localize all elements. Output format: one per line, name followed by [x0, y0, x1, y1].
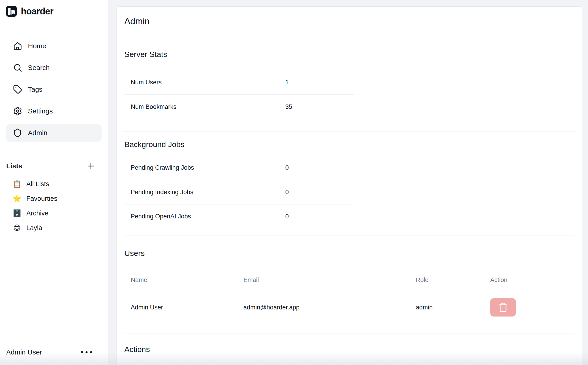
app-name: hoarder [21, 6, 53, 16]
trash-icon [498, 302, 508, 312]
sidebar-item-label: Admin [28, 129, 47, 137]
section-divider [124, 131, 575, 132]
home-icon [13, 41, 22, 50]
list-item-label: Layla [26, 224, 42, 232]
column-header-role: Role [416, 276, 490, 284]
app-logo: hoarder [6, 6, 102, 17]
server-stats-title: Server Stats [124, 50, 575, 59]
sidebar-item-tags[interactable]: Tags [6, 81, 102, 98]
hoarder-logo-icon [6, 6, 17, 17]
user-menu-button[interactable] [80, 351, 93, 354]
table-row: Pending Crawling Jobs 0 [124, 155, 355, 180]
sidebar-item-search[interactable]: Search [6, 59, 102, 76]
sidebar-footer: Admin User [6, 345, 102, 359]
column-header-email: Email [243, 276, 416, 284]
users-table-header: Name Email Role Action [124, 272, 575, 288]
section-divider [124, 333, 575, 333]
sidebar-item-home[interactable]: Home [6, 37, 102, 55]
add-list-button[interactable] [87, 162, 95, 170]
stat-label: Pending Crawling Jobs [131, 164, 285, 171]
list-item-label: All Lists [26, 180, 49, 188]
users-title: Users [124, 249, 575, 258]
list-item-label: Favourties [26, 195, 57, 202]
actions-title: Actions [124, 345, 575, 354]
sidebar-item-label: Search [28, 64, 50, 72]
sidebar-item-settings[interactable]: Settings [6, 102, 102, 120]
section-divider [124, 38, 575, 38]
user-role: admin [416, 304, 490, 311]
stat-value: 0 [285, 164, 355, 171]
current-user-name: Admin User [6, 348, 42, 356]
sidebar-item-label: Home [28, 42, 46, 50]
stat-label: Pending OpenAI Jobs [131, 213, 285, 220]
table-row: Admin User admin@hoarder.app admin [124, 288, 575, 326]
plus-icon [87, 162, 95, 170]
background-jobs-table: Pending Crawling Jobs 0 Pending Indexing… [124, 155, 355, 228]
stat-value: 1 [285, 79, 355, 86]
clipboard-icon: 📋 [13, 180, 21, 188]
table-row: Num Users 1 [124, 70, 355, 94]
table-row: Pending OpenAI Jobs 0 [124, 204, 355, 228]
sidebar-divider [6, 152, 102, 152]
stat-label: Pending Indexing Jobs [131, 189, 285, 196]
user-email: admin@hoarder.app [243, 304, 416, 311]
lists: 📋 All Lists ⭐ Favourties 🗄️ Archive 😍 La… [6, 176, 102, 235]
star-icon: ⭐ [13, 194, 21, 203]
tag-icon [13, 85, 22, 94]
table-row: Num Bookmarks 35 [124, 94, 355, 119]
ellipsis-icon [80, 351, 93, 354]
stat-label: Num Bookmarks [131, 103, 285, 111]
search-icon [13, 63, 22, 72]
admin-page-card: Admin Server Stats Num Users 1 Num Bookm… [116, 7, 583, 365]
gear-icon [13, 106, 22, 116]
delete-user-button[interactable] [490, 298, 516, 316]
sidebar-nav: Home Search Tags Settings [6, 37, 102, 141]
page-title: Admin [124, 16, 575, 27]
stat-value: 0 [285, 189, 355, 196]
sidebar: hoarder Home Search Tags [0, 0, 108, 365]
background-jobs-title: Background Jobs [124, 140, 575, 149]
stat-value: 35 [285, 103, 355, 111]
table-row: Pending Indexing Jobs 0 [124, 180, 355, 204]
column-header-name: Name [131, 276, 243, 284]
list-item-layla[interactable]: 😍 Layla [6, 220, 102, 235]
list-item-all-lists[interactable]: 📋 All Lists [6, 176, 102, 191]
file-cabinet-icon: 🗄️ [13, 209, 21, 218]
sidebar-item-label: Settings [28, 107, 53, 115]
sidebar-item-label: Tags [28, 85, 42, 93]
list-item-favourties[interactable]: ⭐ Favourties [6, 191, 102, 206]
shield-icon [13, 128, 22, 137]
user-name: Admin User [131, 304, 243, 311]
users-table: Name Email Role Action Admin User admin@… [124, 272, 575, 326]
sidebar-divider [6, 27, 102, 27]
stat-label: Num Users [131, 79, 285, 86]
heart-eyes-icon: 😍 [13, 224, 21, 232]
column-header-action: Action [490, 276, 575, 284]
server-stats-table: Num Users 1 Num Bookmarks 35 [124, 70, 355, 119]
stat-value: 0 [285, 213, 355, 220]
section-divider [124, 236, 575, 236]
lists-title: Lists [6, 162, 22, 170]
sidebar-item-admin[interactable]: Admin [6, 124, 102, 141]
list-item-label: Archive [26, 210, 49, 217]
lists-header: Lists [6, 161, 102, 172]
list-item-archive[interactable]: 🗄️ Archive [6, 206, 102, 220]
